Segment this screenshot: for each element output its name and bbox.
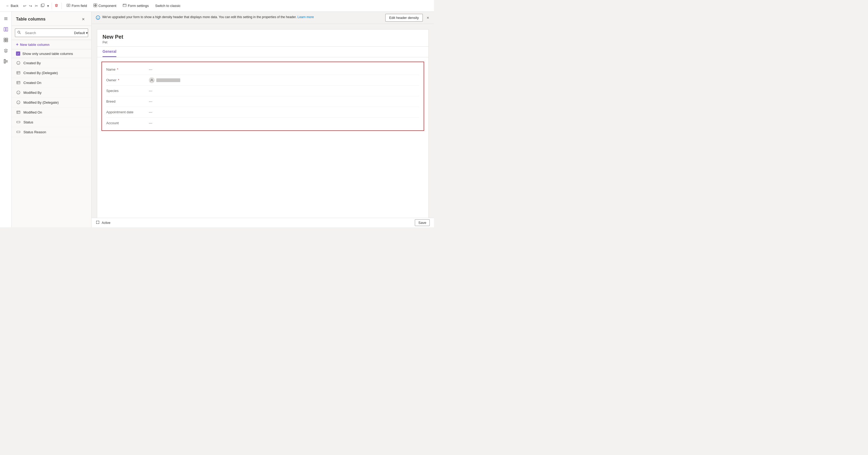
form-field-button[interactable]: Form field xyxy=(64,2,90,9)
nav-layers[interactable] xyxy=(1,46,11,55)
required-indicator: * xyxy=(118,78,119,82)
filter-label: Default xyxy=(74,31,85,35)
show-unused-checkbox[interactable]: ✓ xyxy=(16,52,20,56)
svg-rect-44 xyxy=(17,121,20,123)
copy-button[interactable] xyxy=(40,2,45,9)
field-label-species: Species xyxy=(106,89,149,93)
close-icon: ✕ xyxy=(82,17,85,21)
svg-rect-45 xyxy=(17,131,20,133)
undo-button[interactable]: ↩ xyxy=(22,3,27,9)
col-item-label: Status Reason xyxy=(24,130,46,134)
info-bar-left: i We've upgraded your form to show a hig… xyxy=(96,15,314,21)
nav-columns[interactable] xyxy=(1,25,11,34)
user-name-blurred xyxy=(156,78,180,82)
field-value-name: --- xyxy=(149,67,420,72)
required-indicator: * xyxy=(117,67,118,72)
form-settings-label: Form settings xyxy=(128,4,149,8)
show-unused-checkbox-row[interactable]: ✓ Show only unused table columns xyxy=(12,49,91,58)
form-record-subtitle: Pet xyxy=(102,40,423,44)
form-field-label: Form field xyxy=(72,4,87,8)
list-item[interactable]: Created By (Delegate) xyxy=(12,68,91,78)
component-icon xyxy=(93,3,97,8)
search-icon xyxy=(15,31,23,35)
edit-header-density-button[interactable]: Edit header density xyxy=(385,14,423,22)
col-item-label: Created By (Delegate) xyxy=(24,71,58,75)
checkmark-icon: ✓ xyxy=(17,52,19,55)
field-row-owner: Owner * xyxy=(106,75,420,86)
list-item[interactable]: Created On xyxy=(12,78,91,88)
col-table2-icon xyxy=(16,80,21,85)
plus-icon: + xyxy=(16,42,19,47)
nav-components[interactable] xyxy=(1,35,11,45)
svg-rect-7 xyxy=(95,4,97,5)
nav-hamburger[interactable] xyxy=(1,14,11,24)
back-icon: ← xyxy=(6,4,9,8)
svg-rect-31 xyxy=(17,72,20,74)
svg-rect-20 xyxy=(4,40,6,42)
undo-redo-group: ↩ ↪ ✂ ▾ xyxy=(22,2,59,9)
col-item-label: Modified On xyxy=(24,110,42,114)
svg-rect-18 xyxy=(4,38,6,40)
delete-button[interactable] xyxy=(54,2,59,9)
list-item[interactable]: i Modified By (Delegate) xyxy=(12,97,91,107)
field-value-breed: --- xyxy=(149,99,420,104)
search-filter-dropdown[interactable]: Default ▾ xyxy=(72,31,88,35)
delete-icon xyxy=(55,3,58,7)
sidebar-close-button[interactable]: ✕ xyxy=(80,16,87,23)
left-nav xyxy=(0,12,12,227)
list-item[interactable]: Status Reason xyxy=(12,127,91,137)
form-area: New Pet Pet General Name * xyxy=(92,24,434,218)
sep1 xyxy=(52,3,52,9)
status-badge: Active xyxy=(102,221,111,225)
save-button[interactable]: Save xyxy=(415,219,430,226)
component-label: Component xyxy=(98,4,116,8)
expand-button[interactable] xyxy=(96,221,100,225)
new-table-column-button[interactable]: + New table column xyxy=(12,40,91,49)
svg-text:i: i xyxy=(18,92,19,94)
field-row-breed: Breed --- xyxy=(106,96,420,107)
more-button[interactable]: ▾ xyxy=(46,3,50,9)
tab-general[interactable]: General xyxy=(102,47,116,57)
redo-button[interactable]: ↪ xyxy=(28,3,33,9)
search-container: Default ▾ xyxy=(12,26,91,40)
svg-rect-21 xyxy=(6,40,8,42)
list-item[interactable]: i Created By xyxy=(12,58,91,68)
info-close-button[interactable]: ✕ xyxy=(426,16,430,20)
form-settings-icon xyxy=(123,3,126,8)
svg-line-28 xyxy=(20,33,21,34)
col-info2-icon: i xyxy=(16,90,21,95)
list-item[interactable]: Status xyxy=(12,117,91,127)
svg-text:i: i xyxy=(18,62,19,64)
search-input-wrapper[interactable]: Default ▾ xyxy=(15,29,88,37)
svg-rect-8 xyxy=(94,6,95,7)
show-unused-label: Show only unused table columns xyxy=(22,52,73,56)
field-value-species: --- xyxy=(149,89,420,93)
switch-to-classic-button[interactable]: Switch to classic xyxy=(153,2,183,9)
learn-more-link[interactable]: Learn more xyxy=(298,15,314,19)
col-info3-icon: i xyxy=(16,100,21,105)
field-row-name: Name * --- xyxy=(106,64,420,75)
svg-rect-1 xyxy=(42,4,44,6)
info-text: We've upgraded your form to show a high … xyxy=(102,15,314,19)
cut-button[interactable]: ✂ xyxy=(34,3,39,9)
field-value-owner xyxy=(149,77,180,83)
copy-icon xyxy=(41,3,44,7)
back-button[interactable]: ← Back xyxy=(3,2,21,9)
component-button[interactable]: Component xyxy=(91,2,119,9)
list-item[interactable]: Modified On xyxy=(12,107,91,117)
search-input[interactable] xyxy=(23,31,72,35)
chevron-down-icon: ▾ xyxy=(86,31,88,35)
svg-rect-34 xyxy=(17,81,20,84)
sidebar-title: Table columns xyxy=(16,17,45,22)
toolbar: ← Back ↩ ↪ ✂ ▾ Form f xyxy=(0,0,434,12)
form-section-selected: Name * --- Owner * xyxy=(101,62,424,131)
svg-text:i: i xyxy=(18,102,19,104)
list-item[interactable]: i Modified By xyxy=(12,88,91,97)
back-label: Back xyxy=(11,4,19,8)
col-table-icon xyxy=(16,70,21,75)
field-label-breed: Breed xyxy=(106,99,149,104)
nav-grid[interactable] xyxy=(1,57,11,66)
field-row-account: Account --- xyxy=(106,118,420,128)
bottom-bar: Active Save xyxy=(92,218,434,227)
form-settings-button[interactable]: Form settings xyxy=(120,2,152,9)
